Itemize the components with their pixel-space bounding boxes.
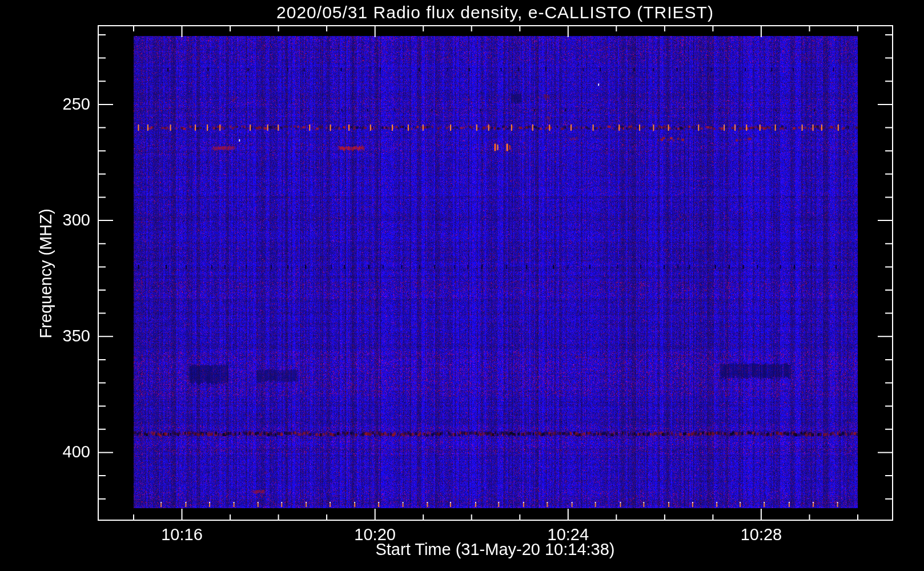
x-tick-label: 10:24 (548, 525, 589, 544)
spectrogram-figure: 2020/05/31 Radio flux density, e-CALLIST… (0, 0, 924, 571)
chart-title: 2020/05/31 Radio flux density, e-CALLIST… (276, 3, 714, 22)
y-tick-label: 350 (23, 327, 90, 345)
x-tick-label: 10:16 (161, 525, 203, 544)
x-tick-label: 10:20 (354, 525, 396, 544)
x-tick-label: 10:28 (741, 525, 782, 544)
axes-ticks (98, 26, 893, 520)
y-tick-label: 250 (23, 95, 90, 114)
y-tick-label: 400 (23, 443, 90, 461)
axes-frame (0, 0, 924, 571)
y-tick-label: 300 (23, 211, 90, 230)
